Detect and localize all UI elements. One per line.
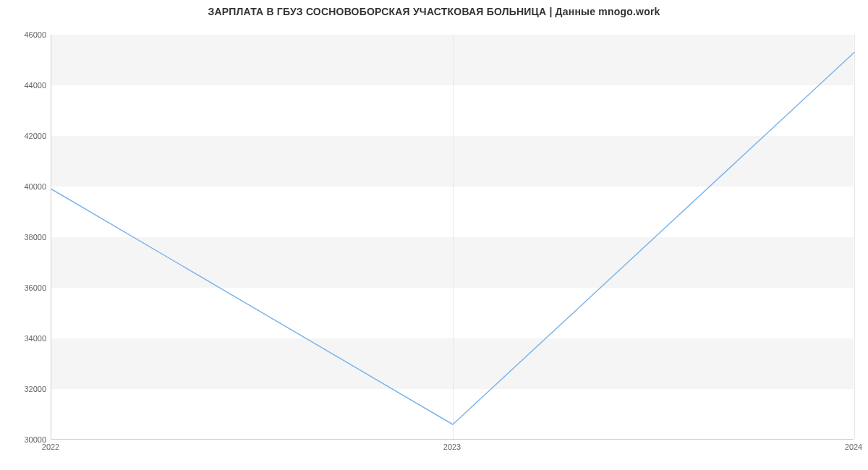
y-tick-label: 32000 <box>6 385 46 393</box>
y-tick-label: 30000 <box>6 435 46 444</box>
y-tick-label: 38000 <box>6 233 46 242</box>
x-tick-label: 2023 <box>443 443 461 451</box>
y-tick-label: 40000 <box>6 182 46 191</box>
y-tick-label: 42000 <box>6 132 46 140</box>
y-tick-label: 36000 <box>6 283 46 292</box>
y-tick-label: 34000 <box>6 334 46 343</box>
y-tick-label: 44000 <box>6 81 46 90</box>
x-tick-label: 2024 <box>845 443 862 451</box>
salary-line <box>51 53 854 425</box>
gridline-vertical <box>854 35 855 439</box>
chart: ЗАРПЛАТА В ГБУЗ СОСНОВОБОРСКАЯ УЧАСТКОВА… <box>0 0 868 470</box>
x-tick-label: 2022 <box>42 443 59 451</box>
line-series <box>51 35 854 439</box>
chart-title: ЗАРПЛАТА В ГБУЗ СОСНОВОБОРСКАЯ УЧАСТКОВА… <box>0 6 868 17</box>
y-tick-label: 46000 <box>6 30 46 39</box>
plot-area <box>51 35 854 440</box>
